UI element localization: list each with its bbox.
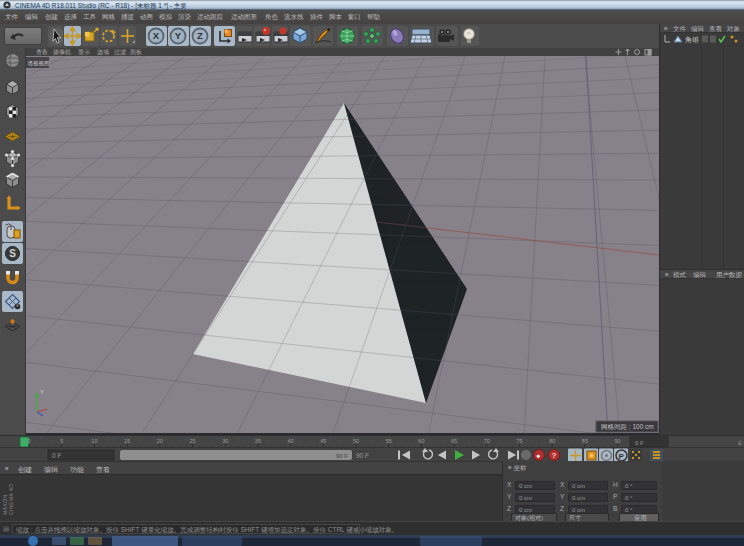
svg-text:X: X (153, 30, 160, 41)
svg-text:15: 15 (124, 438, 130, 444)
svg-text:65: 65 (451, 438, 457, 444)
svg-text:S: S (9, 248, 16, 259)
svg-text:30: 30 (222, 438, 228, 444)
svg-text:透视视图: 透视视图 (28, 60, 50, 67)
svg-text:85: 85 (582, 438, 588, 444)
svg-text:45: 45 (320, 438, 326, 444)
svg-text:E: E (738, 440, 742, 446)
svg-text:0 F: 0 F (635, 440, 644, 446)
svg-text:35: 35 (255, 438, 261, 444)
svg-text:20: 20 (157, 438, 163, 444)
svg-text:40: 40 (288, 438, 294, 444)
svg-text:90 F: 90 F (356, 452, 369, 459)
svg-text:Y: Y (40, 389, 44, 395)
svg-text:80: 80 (549, 438, 555, 444)
svg-text:?: ? (552, 451, 557, 460)
svg-text:●: ● (536, 452, 540, 459)
svg-text:90 F: 90 F (336, 453, 348, 459)
svg-text:75: 75 (516, 438, 522, 444)
svg-text:Z: Z (197, 30, 203, 41)
svg-text:P: P (619, 452, 625, 461)
svg-text:50: 50 (353, 438, 359, 444)
svg-text:70: 70 (484, 438, 490, 444)
svg-text:5: 5 (60, 438, 63, 444)
svg-text:0: 0 (27, 438, 30, 444)
svg-text:网格间距 : 100 cm: 网格间距 : 100 cm (601, 423, 654, 431)
svg-text:Y: Y (175, 30, 182, 41)
svg-text:25: 25 (189, 438, 195, 444)
svg-text:10: 10 (91, 438, 97, 444)
svg-text:0 F: 0 F (52, 452, 61, 459)
svg-text:角锥: 角锥 (685, 36, 699, 44)
svg-text:90: 90 (615, 438, 621, 444)
svg-text:55: 55 (386, 438, 392, 444)
svg-text:60: 60 (418, 438, 424, 444)
